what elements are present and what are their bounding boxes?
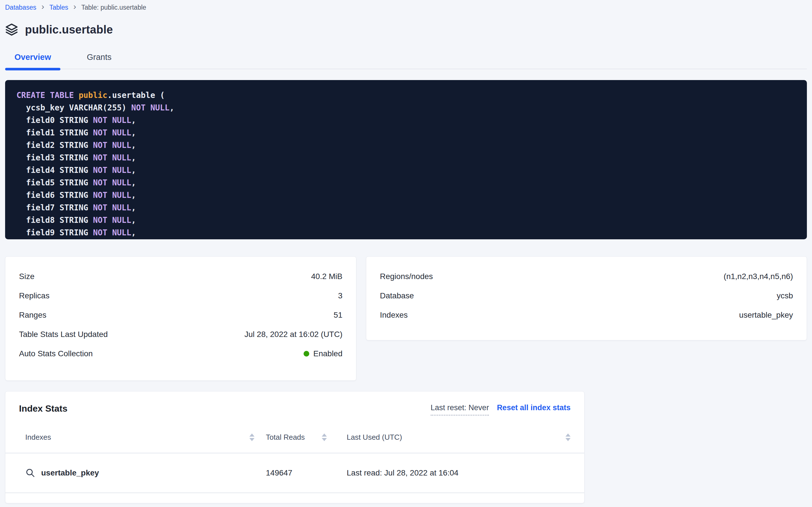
stat-row: Size40.2 MiB [19,267,342,286]
stat-label: Replicas [19,291,49,300]
stat-value: ycsb [776,291,793,300]
sql-line: ycsb_key VARCHAR(255) NOT NULL, [16,102,796,114]
stat-value: Jul 28, 2022 at 16:02 (UTC) [244,330,342,339]
page-header: public.usertable [5,21,807,38]
sql-line: field2 STRING NOT NULL, [16,139,796,152]
sql-line: field4 STRING NOT NULL, [16,164,796,177]
breadcrumb-separator-icon: › [42,2,44,12]
index-name[interactable]: usertable_pkey [41,468,99,477]
stat-label: Table Stats Last Updated [19,330,108,339]
column-header-total-reads[interactable]: Total Reads [254,433,327,442]
index-table: Indexes Total Reads Last Used (UTC) user… [5,416,584,493]
stat-value: 40.2 MiB [311,272,343,281]
stat-value: 3 [338,291,342,300]
stat-value: (n1,n2,n3,n4,n5,n6) [724,272,793,281]
breadcrumb: Databases›Tables›Table: public.usertable [5,0,807,12]
total-reads-cell: 149647 [254,468,327,477]
stat-value: Enabled [304,349,342,358]
index-stats-header: Index Stats Last reset: Never Reset all … [5,391,584,416]
stat-row: Auto Stats CollectionEnabled [19,344,342,363]
stat-label: Database [380,291,414,300]
breadcrumb-separator-icon: › [73,2,76,12]
page-title: public.usertable [25,23,113,36]
stat-label: Auto Stats Collection [19,349,93,358]
index-stats-title: Index Stats [19,403,67,414]
database-details-card: Regions/nodes(n1,n2,n3,n4,n5,n6)Database… [366,256,807,340]
table-details-card: Size40.2 MiBReplicas3Ranges51Table Stats… [5,256,356,381]
table-details-page: Databases›Tables›Table: public.usertable… [0,0,812,507]
stat-value: 51 [334,311,342,320]
index-stats-card: Index Stats Last reset: Never Reset all … [5,391,584,503]
stat-label: Indexes [380,311,408,320]
index-table-row[interactable]: usertable_pkey149647Last read: Jul 28, 2… [5,453,584,493]
sql-line: field1 STRING NOT NULL, [16,127,796,139]
sort-icon[interactable] [249,434,254,441]
sort-icon[interactable] [565,434,571,441]
stat-row: Table Stats Last UpdatedJul 28, 2022 at … [19,325,342,344]
last-used-cell: Last read: Jul 28, 2022 at 16:04 [327,468,571,477]
stat-row: Ranges51 [19,305,342,325]
table-layers-icon [5,23,18,36]
sort-icon[interactable] [322,434,327,441]
sql-line: field9 STRING NOT NULL, [16,227,796,239]
breadcrumb-current: Table: public.usertable [81,4,146,11]
tab-bar: OverviewGrants [5,45,807,69]
column-header-last-used[interactable]: Last Used (UTC) [327,433,571,442]
stat-label: Ranges [19,311,47,320]
stat-row: Indexesusertable_pkey [380,305,793,325]
stat-label: Size [19,272,34,281]
sql-line: CREATE TABLE public.usertable ( [16,89,796,102]
index-table-header: Indexes Total Reads Last Used (UTC) [5,416,584,453]
sql-line: field8 STRING NOT NULL, [16,214,796,227]
search-icon [25,468,36,478]
column-header-label: Total Reads [266,433,305,442]
index-table-body: usertable_pkey149647Last read: Jul 28, 2… [5,453,584,493]
status-dot-icon [304,351,309,356]
index-name-cell: usertable_pkey [19,468,254,478]
tab-overview[interactable]: Overview [5,45,60,69]
column-header-label: Last Used (UTC) [347,433,402,442]
stat-row: Replicas3 [19,286,342,305]
sql-definition: CREATE TABLE public.usertable ( ycsb_key… [5,80,807,239]
tab-grants[interactable]: Grants [77,45,121,69]
sql-line: field6 STRING NOT NULL, [16,189,796,202]
last-reset-label[interactable]: Last reset: Never [431,403,489,415]
stat-label: Regions/nodes [380,272,433,281]
sql-line: field7 STRING NOT NULL, [16,202,796,214]
sql-line: field5 STRING NOT NULL, [16,177,796,189]
breadcrumb-link-tables[interactable]: Tables [49,4,68,11]
sql-line: field3 STRING NOT NULL, [16,152,796,164]
stat-row: Databaseycsb [380,286,793,305]
reset-index-stats-link[interactable]: Reset all index stats [497,403,571,412]
stat-value: usertable_pkey [739,311,793,320]
stat-row: Regions/nodes(n1,n2,n3,n4,n5,n6) [380,267,793,286]
index-stats-actions: Last reset: Never Reset all index stats [431,403,571,415]
summary-cards: Size40.2 MiBReplicas3Ranges51Table Stats… [5,256,807,381]
breadcrumb-link-databases[interactable]: Databases [5,4,36,11]
column-header-label: Indexes [25,433,51,442]
column-header-indexes[interactable]: Indexes [19,433,254,442]
sql-line: field0 STRING NOT NULL, [16,114,796,127]
